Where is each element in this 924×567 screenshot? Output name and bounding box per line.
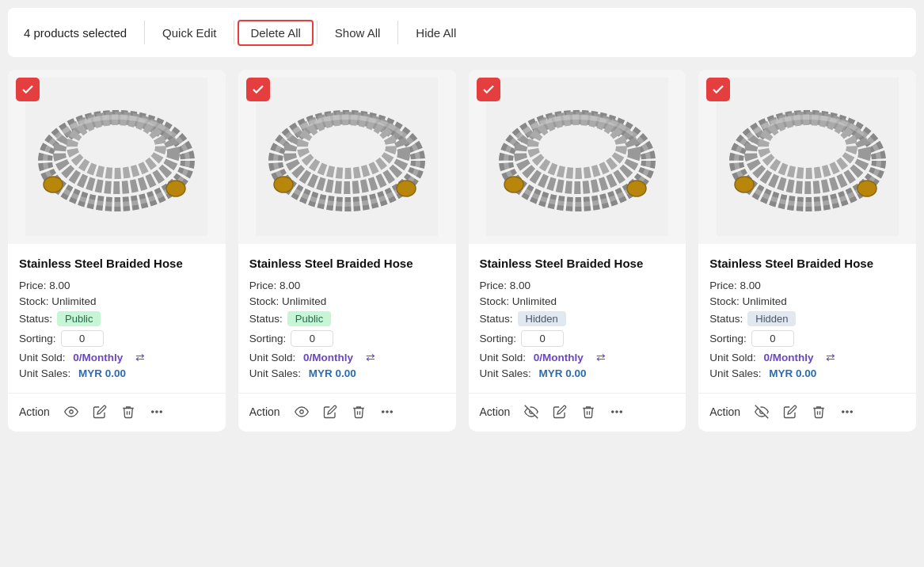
product-unit-sold-row-2: Unit Sold: 0/Monthly ⇄: [249, 351, 445, 363]
unit-sales-val-1: MYR 0.00: [78, 367, 126, 379]
product-status-row-3: Status: Hidden: [480, 311, 675, 326]
divider-2: [234, 21, 234, 44]
products-grid: Stainless Steel Braided Hose Price: 8.00…: [8, 70, 916, 432]
unit-sold-link-4[interactable]: 0/Monthly: [764, 352, 814, 363]
product-sorting-row-2: Sorting:: [249, 330, 445, 347]
unit-sales-val-3: MYR 0.00: [539, 367, 587, 379]
svg-point-31: [616, 411, 618, 413]
svg-point-38: [735, 177, 754, 192]
svg-point-5: [44, 177, 63, 192]
unit-sold-link-3[interactable]: 0/Monthly: [534, 352, 584, 363]
svg-point-19: [382, 411, 383, 413]
product-price-row-4: Price: 8.00: [709, 280, 905, 291]
action-label-1: Action: [19, 405, 50, 418]
exchange-icon-2[interactable]: ⇄: [366, 351, 375, 363]
edit-icon-4[interactable]: [780, 401, 800, 422]
delete-icon-4[interactable]: [808, 401, 829, 422]
divider-4: [397, 21, 398, 44]
exchange-icon-3[interactable]: ⇄: [596, 351, 606, 363]
product-checkbox-3[interactable]: [477, 78, 500, 101]
visibility-icon-3[interactable]: [521, 401, 542, 422]
divider-1: [144, 21, 145, 44]
svg-point-42: [846, 411, 848, 413]
delete-icon-3[interactable]: [578, 401, 599, 422]
product-sorting-row-3: Sorting:: [480, 330, 675, 347]
action-bar-3: Action: [469, 393, 686, 422]
status-badge-4: Hidden: [747, 311, 796, 326]
svg-point-10: [160, 411, 162, 413]
product-card-1: Stainless Steel Braided Hose Price: 8.00…: [8, 70, 226, 432]
hide-all-button[interactable]: Hide All: [401, 8, 470, 57]
product-card-4: Stainless Steel Braided Hose Price: 8.00…: [698, 70, 916, 432]
product-image-wrap-4: [698, 70, 916, 244]
visibility-icon-4[interactable]: [751, 401, 772, 422]
product-image-wrap-1: [8, 70, 226, 244]
quick-edit-button[interactable]: Quick Edit: [148, 8, 230, 57]
sorting-input-2[interactable]: [291, 330, 333, 347]
product-title-1: Stainless Steel Braided Hose: [19, 255, 215, 272]
edit-icon-3[interactable]: [549, 401, 570, 422]
visibility-icon-2[interactable]: [291, 401, 312, 422]
product-price-row-3: Price: 8.00: [480, 280, 675, 291]
svg-point-17: [397, 181, 416, 196]
product-checkbox-4[interactable]: [706, 78, 730, 101]
product-image-wrap-3: [469, 70, 686, 244]
more-icon-4[interactable]: [837, 401, 857, 422]
status-badge-3: Hidden: [518, 311, 566, 326]
product-stock-row-3: Stock: Unlimited: [480, 295, 675, 307]
svg-point-7: [70, 410, 74, 414]
product-unit-sold-row-1: Unit Sold: 0/Monthly ⇄: [19, 351, 215, 363]
more-icon-3[interactable]: [606, 401, 627, 422]
product-card-3: Stainless Steel Braided Hose Price: 8.00…: [469, 70, 686, 432]
product-stock-row-1: Stock: Unlimited: [19, 295, 215, 307]
edit-icon-1[interactable]: [89, 401, 110, 422]
edit-icon-2[interactable]: [320, 401, 340, 422]
product-unit-sales-row-3: Unit Sales: MYR 0.00: [480, 367, 675, 379]
product-sorting-row-1: Sorting:: [19, 330, 215, 347]
sorting-input-4[interactable]: [751, 330, 794, 347]
product-info-3: Stainless Steel Braided Hose Price: 8.00…: [469, 244, 686, 386]
action-label-3: Action: [480, 405, 511, 418]
visibility-icon-1[interactable]: [61, 401, 82, 422]
delete-icon-1[interactable]: [118, 401, 139, 422]
action-label-2: Action: [249, 405, 280, 418]
svg-point-41: [842, 411, 844, 413]
unit-sold-link-1[interactable]: 0/Monthly: [73, 352, 123, 363]
more-icon-1[interactable]: [146, 401, 167, 422]
product-sorting-row-4: Sorting:: [709, 330, 905, 347]
delete-all-button[interactable]: Delete All: [238, 20, 313, 46]
unit-sold-link-2[interactable]: 0/Monthly: [303, 352, 353, 363]
product-info-2: Stainless Steel Braided Hose Price: 8.00…: [238, 244, 456, 386]
product-status-row-2: Status: Public: [249, 311, 445, 326]
product-image-wrap-2: [238, 70, 456, 244]
product-status-row-1: Status: Public: [19, 311, 215, 326]
action-label-4: Action: [709, 405, 740, 418]
product-info-1: Stainless Steel Braided Hose Price: 8.00…: [8, 244, 226, 386]
sorting-input-1[interactable]: [61, 330, 104, 347]
exchange-icon-1[interactable]: ⇄: [135, 351, 145, 363]
product-card-2: Stainless Steel Braided Hose Price: 8.00…: [238, 70, 456, 432]
product-checkbox-1[interactable]: [16, 78, 40, 101]
sorting-input-3[interactable]: [521, 330, 564, 347]
more-icon-2[interactable]: [377, 401, 397, 422]
svg-point-9: [156, 411, 158, 413]
svg-point-16: [274, 177, 293, 192]
svg-point-28: [627, 181, 646, 196]
svg-point-32: [621, 411, 622, 413]
action-bar-1: Action: [8, 393, 226, 422]
unit-sales-val-2: MYR 0.00: [309, 367, 356, 379]
exchange-icon-4[interactable]: ⇄: [826, 351, 835, 363]
svg-point-18: [299, 410, 303, 414]
product-unit-sales-row-1: Unit Sales: MYR 0.00: [19, 367, 215, 379]
selected-count: 4 products selected: [24, 8, 141, 57]
svg-point-8: [152, 411, 154, 413]
delete-icon-2[interactable]: [348, 401, 369, 422]
product-checkbox-2[interactable]: [246, 78, 270, 101]
svg-point-21: [390, 411, 392, 413]
product-unit-sold-row-3: Unit Sold: 0/Monthly ⇄: [480, 351, 675, 363]
product-title-3: Stainless Steel Braided Hose: [480, 255, 675, 272]
status-badge-2: Public: [287, 311, 331, 326]
show-all-button[interactable]: Show All: [321, 8, 395, 57]
action-bar-4: Action: [698, 393, 916, 422]
status-badge-1: Public: [57, 311, 101, 326]
